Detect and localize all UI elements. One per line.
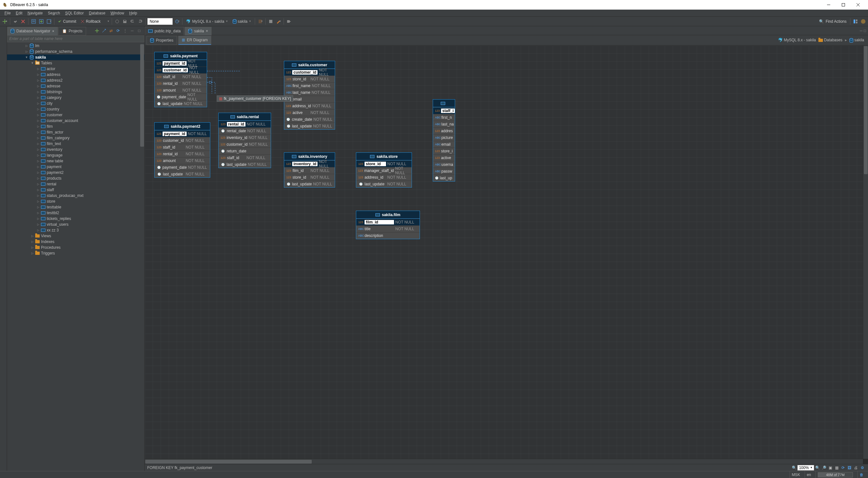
tree-table-products[interactable]: ▷products	[7, 175, 144, 181]
tree-node-lm[interactable]: ▷lm	[7, 43, 144, 49]
er-column-payment_id[interactable]: 123payment_idNOT NULL	[155, 130, 210, 137]
er-column-film_id[interactable]: 123film_idNOT NULL	[284, 167, 335, 174]
er-table-title[interactable]: sakila.payment2	[155, 123, 210, 130]
er-column-rental_id[interactable]: 123rental_idNOT NULL	[155, 150, 210, 157]
er-column-payment_date[interactable]: 🕑payment_dateNOT NULL	[155, 93, 207, 100]
refresh-button[interactable]: ⟳	[840, 465, 846, 471]
er-column-title[interactable]: ABCtitleNOT NULL	[356, 226, 420, 232]
editor-tab-trip-data[interactable]: public.trip_data	[145, 27, 184, 35]
new-connection-button[interactable]: ▼	[1, 18, 8, 25]
er-column-address_id[interactable]: 123address_idNOT NULL	[284, 102, 335, 109]
tree-node-indexes[interactable]: ▷Indexes	[7, 239, 144, 245]
tree-table-tickets_replies[interactable]: ▷tickets_replies	[7, 216, 144, 221]
nav-refresh-button[interactable]: ⟳	[115, 28, 121, 34]
nav-filter-input[interactable]	[7, 35, 144, 42]
diagram-h-scrollbar[interactable]	[145, 459, 863, 464]
menu-edit[interactable]: Edit	[13, 10, 25, 16]
close-button[interactable]	[851, 0, 865, 9]
er-column-film_id[interactable]: 123film_idNOT NULL	[356, 219, 420, 226]
tx-dropdown-button[interactable]: ▼	[103, 18, 110, 25]
tree-table-actor[interactable]: ▷actor	[7, 66, 144, 72]
tree-table-bitstrings[interactable]: ▷bitstrings	[7, 89, 144, 95]
menu-help[interactable]: Help	[127, 10, 140, 16]
tree-table-xx-zz-3[interactable]: ▷xx zz 3	[7, 227, 144, 233]
editor-tab-sakila[interactable]: sakila×	[185, 27, 212, 35]
rail-icon[interactable]	[1, 33, 6, 38]
er-table-title[interactable]: sakila.rental	[219, 113, 271, 121]
connect-button[interactable]	[12, 18, 19, 25]
er-column-last_update[interactable]: 🕑last_updateNOT NULL	[284, 123, 335, 129]
nav-scrollbar[interactable]	[140, 44, 144, 469]
tree-table-film_actor[interactable]: ▷film_actor	[7, 129, 144, 135]
er-column-description[interactable]: ABCdescription	[356, 232, 420, 239]
connection-breadcrumb[interactable]: 🐬 MySQL 8.x - sakila ▼	[184, 19, 230, 24]
tx-history-button[interactable]: ▼	[174, 18, 181, 25]
tree-table-inventory[interactable]: ▷inventory	[7, 147, 144, 152]
er-column-last_up[interactable]: 🕑last_up	[433, 175, 455, 181]
nav-tree[interactable]: ▷lm ▷performance_schema ▼sakila ▼Tables …	[7, 42, 144, 471]
nav-maximize-button[interactable]: □	[136, 28, 143, 34]
tree-table-customer[interactable]: ▷customer	[7, 112, 144, 118]
tree-table-address2[interactable]: ▷address2	[7, 78, 144, 83]
editor-maximize-button[interactable]: □	[864, 29, 866, 33]
grid-button[interactable]: ▦	[833, 465, 840, 471]
save-button[interactable]	[121, 18, 128, 25]
tree-table-city[interactable]: ▷city	[7, 100, 144, 106]
fk-label-badge[interactable]: ▦ fk_payment_customer [FOREIGN KEY]	[217, 95, 293, 102]
tree-table-category[interactable]: ▷category	[7, 95, 144, 100]
er-column-customer_id[interactable]: 123customer_idNOT NULL	[155, 67, 207, 73]
er-column-last_update[interactable]: 🕑last_updateNOT NULL	[284, 181, 335, 187]
undo-button[interactable]	[129, 18, 136, 25]
er-column-create_date[interactable]: 🕑create_dateNOT NULL	[284, 116, 335, 123]
dbeaver-icon-button[interactable]	[860, 18, 867, 25]
tree-table-payment2[interactable]: ▷payment2	[7, 170, 144, 175]
er-column-last_na[interactable]: ABClast_na	[433, 121, 455, 127]
tx-mode-combo[interactable]: None	[147, 18, 173, 25]
er-column-staff_i[interactable]: 123staff_i	[433, 107, 455, 114]
status-memory[interactable]: 48M of 77M	[815, 471, 855, 478]
redo-button[interactable]	[137, 18, 144, 25]
status-gc-button[interactable]: 🗑	[858, 471, 865, 478]
zoom-in-button[interactable]: 🔍	[814, 465, 820, 471]
er-table-title[interactable]: sakila.film	[356, 211, 420, 219]
er-column-rental_id[interactable]: 123rental_idNOT NULL	[219, 121, 271, 127]
tree-node-views[interactable]: ▷Views	[7, 233, 144, 239]
er-column-rental_date[interactable]: 🕑rental_dateNOT NULL	[219, 127, 271, 134]
zoom-out-button[interactable]: 🔎	[820, 465, 827, 471]
er-column-last_update[interactable]: 🕑last_updateNOT NULL	[155, 171, 210, 177]
commit-button[interactable]: Commit	[56, 18, 78, 25]
driver-manager-button[interactable]	[267, 18, 274, 25]
status-kb[interactable]: MSK	[789, 471, 802, 478]
er-column-inventory_id[interactable]: 123inventory_idNOT NULL	[284, 160, 335, 167]
nav-link-button[interactable]	[101, 28, 107, 34]
tree-node-sakila[interactable]: ▼sakila	[7, 54, 144, 60]
tree-table-film_text[interactable]: ▷film_text	[7, 141, 144, 147]
er-table-title[interactable]: sakila.store	[356, 153, 412, 160]
status-lang[interactable]: en	[805, 471, 813, 478]
er-table-title[interactable]	[433, 99, 455, 107]
er-column-store_i[interactable]: 123store_i	[433, 148, 455, 154]
close-icon[interactable]: ×	[52, 29, 54, 33]
tree-node-tables[interactable]: ▼Tables	[7, 60, 144, 66]
er-column-payment_date[interactable]: 🕑payment_dateNOT NULL	[155, 164, 210, 171]
recent-sql-button[interactable]: ▼	[45, 18, 53, 25]
tree-node-procedures[interactable]: ▷Procedures	[7, 245, 144, 250]
new-sql-button[interactable]	[38, 18, 45, 25]
er-column-rental_id[interactable]: 123rental_idNOT NULL	[155, 80, 207, 87]
er-column-last_update[interactable]: 🕑last_updateNOT NULL	[155, 100, 207, 107]
nav-new-button[interactable]	[94, 28, 100, 34]
tree-node-triggers[interactable]: ▷Triggers	[7, 250, 144, 256]
tree-table-new-table[interactable]: ▷new table	[7, 158, 144, 164]
tree-table-testtbl2[interactable]: ▷testtbl2	[7, 210, 144, 216]
er-column-address_id[interactable]: 123address_idNOT NULL	[356, 174, 412, 181]
disconnect-button[interactable]	[20, 18, 27, 25]
tab-projects[interactable]: 📋 Projects	[59, 27, 86, 35]
er-column-customer_id[interactable]: 123customer_idNOT NULL	[219, 141, 271, 148]
er-column-staff_id[interactable]: 123staff_idNOT NULL	[219, 154, 271, 161]
tree-table-staff[interactable]: ▷staff	[7, 187, 144, 193]
subtab-properties[interactable]: Properties	[147, 36, 177, 45]
breadcrumb-sakila[interactable]: sakila	[849, 38, 864, 42]
er-diagram-canvas[interactable]: sakila.payment123payment_idNOT NULL123cu…	[145, 46, 863, 459]
settings-button[interactable]: ⚙	[859, 465, 865, 471]
tree-table-address[interactable]: ▷address	[7, 72, 144, 78]
